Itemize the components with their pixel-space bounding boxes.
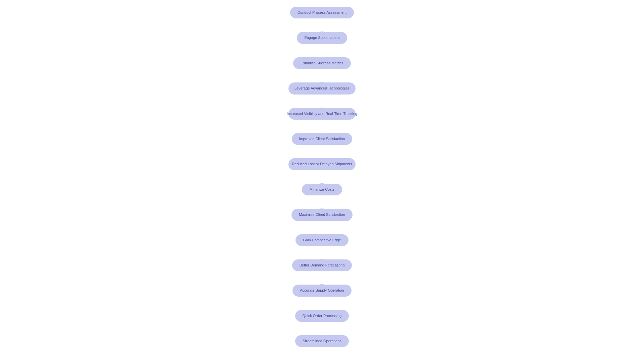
node-1[interactable]: Conduct Process Assessment: [290, 7, 354, 18]
connector-1: [322, 18, 322, 32]
connector-4: [322, 95, 322, 108]
connector-9: [322, 221, 322, 234]
connector-12: [322, 297, 322, 310]
connector-11: [322, 271, 322, 285]
connector-6: [322, 145, 322, 158]
flowchart-container: Conduct Process AssessmentEngage Stakeho…: [0, 0, 644, 354]
connector-3: [322, 69, 322, 82]
connector-2: [322, 44, 322, 57]
connector-5: [322, 120, 322, 133]
connector-8: [322, 195, 322, 209]
connector-10: [322, 246, 322, 259]
connector-13: [322, 322, 322, 335]
connector-7: [322, 170, 322, 184]
